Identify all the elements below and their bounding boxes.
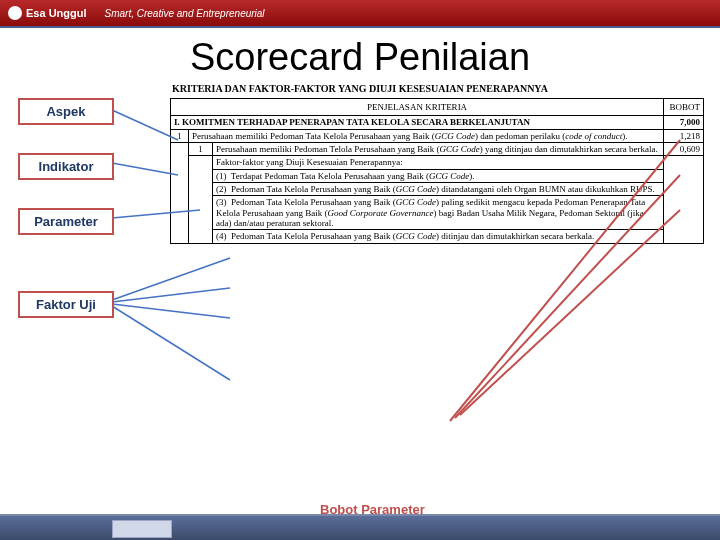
row11-bobot: 0,609 [664,143,704,156]
f1: (1) Terdapat Pedoman Tata Kelola Perusah… [213,169,664,182]
label-column: Aspek Indikator Parameter Faktor Uji [18,98,114,318]
th-bobot: BOBOT [664,99,704,116]
criteria-table: PENJELASAN KRITERIA BOBOT I. KOMITMEN TE… [170,98,704,244]
f3: (3) Pedoman Tata Kelola Perusahaan yang … [213,196,664,230]
label-indikator: Indikator [18,153,114,180]
logo: Esa Unggul [8,6,87,20]
row11-sp [189,156,213,243]
logo-icon [8,6,22,20]
page-title: Scorecard Penilaian [0,28,720,83]
page-subtitle: KRITERIA DAN FAKTOR-FAKTOR YANG DIUJI KE… [0,83,720,98]
row11-text: Perusahaan memiliki Pedoman Telola Perus… [213,143,664,156]
label-faktor: Faktor Uji [18,291,114,318]
row1-sp [171,143,189,244]
th-penjelasan: PENJELASAN KRITERIA [171,99,664,116]
label-aspek: Aspek [18,98,114,125]
footer-inset [112,520,172,538]
section-i: I. KOMITMEN TERHADAP PENERAPAN TATA KELO… [171,116,664,129]
logo-text: Esa Unggul [26,7,87,19]
f2: (2) Pedoman Tata Kelola Perusahaan yang … [213,183,664,196]
topbar: Esa Unggul Smart, Creative and Entrepren… [0,0,720,28]
f4: (4) Pedoman Tata Kelola Perusahaan yang … [213,230,664,243]
label-parameter: Parameter [18,208,114,235]
footer [0,514,720,540]
row1-no: 1 [171,129,189,142]
bobot-parameter-label: Bobot Parameter [320,502,425,517]
row11-no: 1 [189,143,213,156]
row1-bobot: 1,218 [664,129,704,142]
row1-text: Perusahaan memiliki Pedoman Tata Kelola … [189,129,664,142]
tagline: Smart, Creative and Entrepreneurial [105,8,265,19]
section-i-bobot: 7,000 [664,116,704,129]
rowf-b [664,156,704,243]
main: Aspek Indikator Parameter Faktor Uji PEN… [0,98,720,518]
rowf-text: Faktor-faktor yang Diuji Kesesuaian Pene… [213,156,664,169]
